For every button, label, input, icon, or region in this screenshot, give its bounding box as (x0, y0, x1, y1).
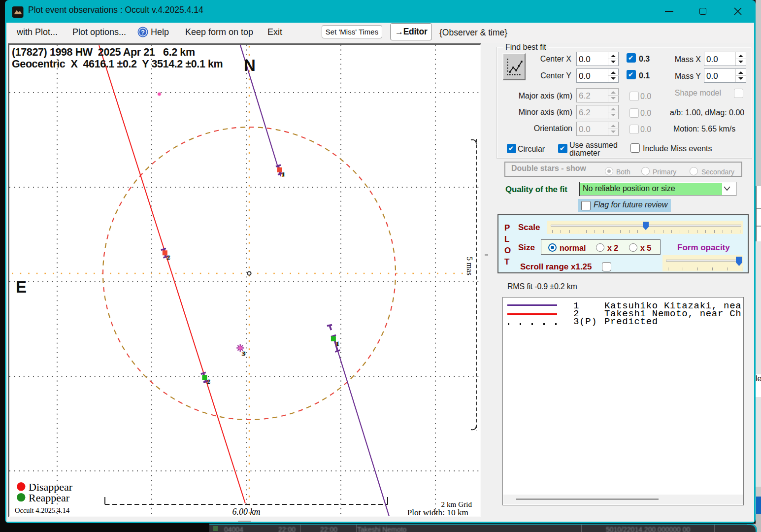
svg-text:(17827) 1998 HW 2025 Apr 21: (17827) 1998 HW 2025 Apr 21 6.2 km (12, 46, 195, 58)
svg-text:Reappear: Reappear (29, 492, 70, 504)
svg-text:2: 2 (207, 378, 210, 385)
svg-text:6.00 km: 6.00 km (232, 507, 261, 516)
svg-text:Occult 4.2025.4.14: Occult 4.2025.4.14 (15, 506, 70, 514)
svg-text:E: E (16, 278, 27, 296)
svg-text:Geocentric X 4616.1 ±0.2 Y: Geocentric X 4616.1 ±0.2 Y 3514.2 ±0.1 k… (12, 58, 223, 70)
svg-text:1: 1 (336, 340, 339, 347)
svg-text:1: 1 (282, 170, 285, 178)
svg-text:Plot width: 10 km: Plot width: 10 km (407, 508, 469, 516)
svg-text:2 km Grid: 2 km Grid (441, 500, 472, 508)
svg-text:5 mas: 5 mas (465, 257, 474, 275)
svg-text:?: ? (141, 29, 145, 36)
svg-text:2: 2 (167, 254, 170, 261)
svg-text:N: N (244, 56, 256, 74)
svg-text:3: 3 (242, 350, 246, 357)
